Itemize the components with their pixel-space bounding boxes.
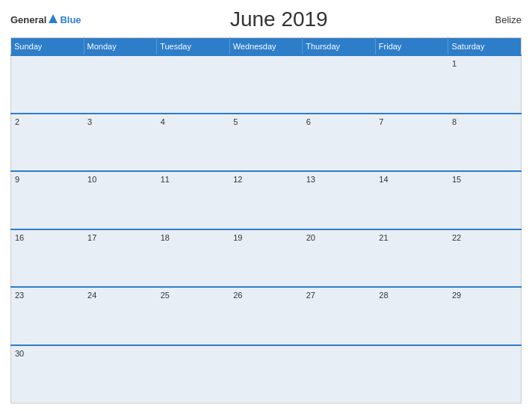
calendar-row: 23242526272829 [11, 287, 522, 345]
calendar-cell: 20 [303, 229, 376, 288]
logo-blue-text: Blue [60, 15, 81, 25]
calendar-cell [229, 55, 303, 114]
calendar-cell: 3 [84, 114, 157, 172]
day-number: 5 [233, 117, 238, 126]
calendar-cell: 15 [448, 171, 522, 229]
calendar-cell [375, 55, 448, 114]
day-number: 17 [87, 233, 96, 242]
calendar-cell: 6 [303, 114, 376, 172]
calendar-row: 9101112131415 [11, 171, 522, 229]
day-number: 19 [233, 233, 242, 242]
day-number: 23 [15, 291, 24, 300]
header: General Blue June 2019 Belize [10, 7, 522, 31]
calendar-page: General Blue June 2019 Belize Sunday Mon… [0, 0, 532, 411]
col-tuesday: Tuesday [157, 38, 230, 56]
day-number: 26 [233, 291, 242, 300]
day-number: 12 [233, 175, 242, 184]
day-number: 30 [15, 349, 24, 358]
calendar-cell [157, 55, 230, 114]
calendar-cell [448, 345, 522, 404]
day-number: 29 [452, 291, 461, 300]
day-number: 3 [87, 117, 92, 126]
calendar-header-row: Sunday Monday Tuesday Wednesday Thursday… [11, 38, 522, 56]
calendar-cell: 4 [157, 114, 230, 172]
calendar-row: 1 [11, 55, 522, 114]
calendar-cell [303, 345, 376, 404]
col-wednesday: Wednesday [229, 38, 303, 56]
calendar-cell: 26 [229, 287, 303, 345]
calendar-cell [157, 345, 230, 404]
day-number: 25 [161, 291, 170, 300]
calendar-cell: 23 [11, 287, 84, 345]
day-number: 1 [452, 59, 457, 68]
calendar-cell: 17 [84, 229, 157, 288]
calendar-cell: 22 [448, 229, 522, 288]
calendar-cell: 2 [11, 114, 84, 172]
day-number: 8 [452, 117, 457, 126]
col-friday: Friday [375, 38, 448, 56]
day-number: 16 [15, 233, 24, 242]
day-number: 21 [379, 233, 388, 242]
calendar-cell: 5 [229, 114, 303, 172]
calendar-cell [84, 55, 157, 114]
day-number: 11 [161, 175, 170, 184]
calendar-cell: 29 [448, 287, 522, 345]
col-monday: Monday [84, 38, 157, 56]
calendar-cell: 24 [84, 287, 157, 345]
day-number: 15 [452, 175, 461, 184]
day-number: 4 [161, 117, 165, 126]
col-sunday: Sunday [11, 38, 84, 56]
country-label: Belize [477, 14, 522, 25]
svg-marker-0 [49, 14, 58, 23]
day-number: 10 [87, 175, 96, 184]
day-number: 9 [15, 175, 19, 184]
day-number: 27 [306, 291, 315, 300]
calendar-title: June 2019 [81, 7, 477, 31]
day-number: 18 [161, 233, 170, 242]
calendar-row: 30 [11, 345, 522, 404]
col-thursday: Thursday [303, 38, 376, 56]
calendar-cell: 30 [11, 345, 84, 404]
calendar-cell: 7 [375, 114, 448, 172]
day-number: 24 [87, 291, 96, 300]
day-number: 22 [452, 233, 461, 242]
day-number: 2 [15, 117, 19, 126]
calendar-cell: 16 [11, 229, 84, 288]
calendar-cell: 8 [448, 114, 522, 172]
calendar-cell: 21 [375, 229, 448, 288]
calendar-cell: 11 [157, 171, 230, 229]
day-number: 6 [306, 117, 311, 126]
logo-general-text: General [10, 15, 46, 25]
calendar-row: 2345678 [11, 114, 522, 172]
calendar-cell: 1 [448, 55, 522, 114]
calendar-cell [229, 345, 303, 404]
day-number: 7 [379, 117, 383, 126]
calendar-row: 16171819202122 [11, 229, 522, 288]
day-number: 20 [306, 233, 315, 242]
day-number: 13 [306, 175, 315, 184]
calendar-cell: 18 [157, 229, 230, 288]
calendar-cell: 25 [157, 287, 230, 345]
calendar-cell: 12 [229, 171, 303, 229]
calendar-cell: 27 [303, 287, 376, 345]
calendar-cell [11, 55, 84, 114]
calendar-cell: 14 [375, 171, 448, 229]
calendar-cell: 28 [375, 287, 448, 345]
col-saturday: Saturday [448, 38, 522, 56]
day-number: 28 [379, 291, 388, 300]
calendar-table: Sunday Monday Tuesday Wednesday Thursday… [10, 37, 522, 404]
logo-icon [47, 13, 59, 25]
calendar-cell [84, 345, 157, 404]
calendar-cell [375, 345, 448, 404]
calendar-cell: 13 [303, 171, 376, 229]
calendar-cell [303, 55, 376, 114]
calendar-cell: 9 [11, 171, 84, 229]
day-number: 14 [379, 175, 388, 184]
calendar-cell: 10 [84, 171, 157, 229]
logo: General Blue [10, 13, 81, 25]
calendar-cell: 19 [229, 229, 303, 288]
